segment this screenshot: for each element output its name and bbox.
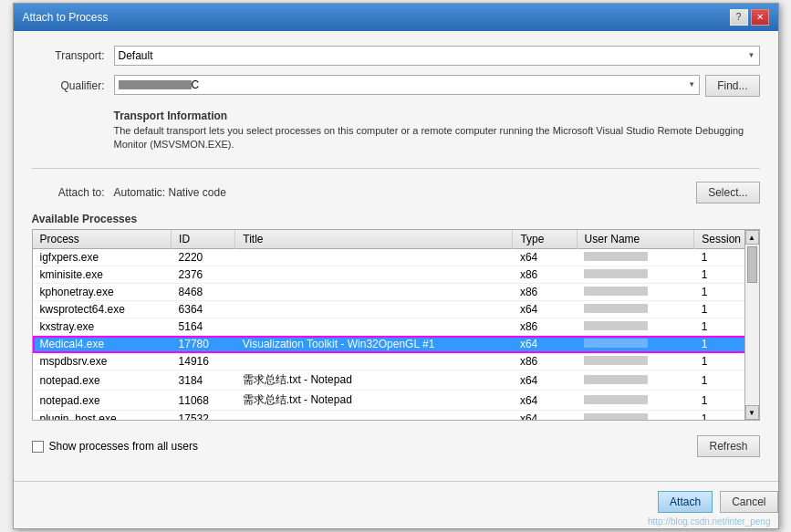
scrollbar-down[interactable]: ▼ xyxy=(745,405,759,420)
process-title xyxy=(235,266,513,284)
attach-to-label: Attach to: xyxy=(32,186,105,199)
col-header-username: User Name xyxy=(577,230,694,249)
transport-info-title: Transport Information xyxy=(114,110,760,122)
process-title xyxy=(235,301,513,318)
process-username xyxy=(577,353,694,370)
process-type: x64 xyxy=(513,249,577,266)
process-id: 6364 xyxy=(172,301,235,318)
process-username xyxy=(577,391,694,411)
transport-dropdown-arrow: ▼ xyxy=(748,51,755,59)
process-name: kwsprotect64.exe xyxy=(33,301,172,318)
table-row[interactable]: kwsprotect64.exe 6364 x64 1 xyxy=(33,301,759,318)
process-id: 14916 xyxy=(172,353,235,370)
username-cell xyxy=(584,356,648,365)
process-name: mspdbsrv.exe xyxy=(33,353,172,370)
table-row[interactable]: mspdbsrv.exe 14916 x86 1 xyxy=(33,353,759,370)
process-id: 2220 xyxy=(172,249,235,266)
process-table-header: Process ID Title Type User Name Session xyxy=(33,230,759,249)
bottom-row: Show processes from all users Refresh xyxy=(32,430,760,463)
dialog-title: Attach to Process xyxy=(23,11,109,24)
col-header-title: Title xyxy=(235,230,513,249)
col-header-id: ID xyxy=(172,230,235,249)
table-row[interactable]: igfxpers.exe 2220 x64 1 xyxy=(33,249,759,266)
process-title xyxy=(235,249,513,266)
table-row[interactable]: kminisite.exe 2376 x86 1 xyxy=(33,266,759,284)
col-header-type: Type xyxy=(513,230,577,249)
process-id: 2376 xyxy=(172,266,235,284)
show-all-checkbox[interactable] xyxy=(32,441,44,453)
qualifier-label: Qualifier: xyxy=(32,79,105,92)
username-cell xyxy=(584,287,648,296)
qualifier-masked xyxy=(119,80,192,89)
select-button[interactable]: Select... xyxy=(696,182,759,203)
qualifier-dropdown-arrow: ▼ xyxy=(688,80,695,89)
process-id: 8468 xyxy=(172,284,235,301)
scrollbar-thumb[interactable] xyxy=(747,246,757,283)
process-name: kminisite.exe xyxy=(33,266,172,284)
header-row: Process ID Title Type User Name Session xyxy=(33,230,759,249)
table-row[interactable]: kphonetray.exe 8468 x86 1 xyxy=(33,284,759,301)
table-row[interactable]: plugin_host.exe 17532 x64 1 xyxy=(33,411,759,422)
process-username xyxy=(577,249,694,266)
col-header-process: Process xyxy=(33,230,172,249)
process-title: 需求总结.txt - Notepad xyxy=(235,370,513,391)
process-type: x64 xyxy=(513,301,577,318)
process-username xyxy=(577,411,694,422)
process-name: notepad.exe xyxy=(33,391,172,411)
process-id: 11068 xyxy=(172,391,235,411)
scrollbar[interactable]: ▲ ▼ xyxy=(744,230,759,420)
processes-section: Available Processes Process ID Title Typ… xyxy=(32,213,760,421)
table-row[interactable]: notepad.exe 11068 需求总结.txt - Notepad x64… xyxy=(33,391,759,411)
transport-row: Transport: Default ▼ xyxy=(32,46,760,66)
find-button[interactable]: Find... xyxy=(705,75,759,97)
help-button[interactable]: ? xyxy=(730,9,748,26)
process-title xyxy=(235,411,513,422)
title-bar-controls: ? ✕ xyxy=(730,9,769,26)
transport-value: Default xyxy=(119,49,153,62)
transport-info: Transport Information The default transp… xyxy=(32,106,760,156)
process-id: 17780 xyxy=(172,336,235,353)
process-username xyxy=(577,370,694,391)
process-title xyxy=(235,284,513,301)
transport-dropdown[interactable]: Default ▼ xyxy=(114,46,760,66)
transport-control: Default ▼ xyxy=(114,46,760,66)
cancel-button[interactable]: Cancel xyxy=(720,491,777,513)
available-processes-label: Available Processes xyxy=(32,213,760,225)
process-username xyxy=(577,266,694,284)
process-username xyxy=(577,336,694,353)
process-username xyxy=(577,318,694,336)
dialog-buttons: Attach Cancel xyxy=(14,485,778,515)
dialog-content: Transport: Default ▼ Qualifier: C ▼ Find… xyxy=(14,31,778,478)
separator-1 xyxy=(32,168,760,169)
process-name: plugin_host.exe xyxy=(33,411,172,422)
process-title: 需求总结.txt - Notepad xyxy=(235,391,513,411)
process-type: x86 xyxy=(513,353,577,370)
qualifier-row: Qualifier: C ▼ Find... xyxy=(32,75,760,97)
qualifier-input[interactable]: C ▼ xyxy=(114,75,701,95)
username-cell xyxy=(584,413,648,421)
process-username xyxy=(577,284,694,301)
username-cell xyxy=(584,339,648,348)
transport-label: Transport: xyxy=(32,49,105,62)
username-cell xyxy=(584,252,648,261)
process-type: x86 xyxy=(513,284,577,301)
process-name: notepad.exe xyxy=(33,370,172,391)
process-type: x64 xyxy=(513,411,577,422)
watermark: http://blog.csdn.net/inter_peng xyxy=(14,515,778,528)
table-row[interactable]: Medical4.exe 17780 Visualization Toolkit… xyxy=(33,336,759,353)
table-row[interactable]: notepad.exe 3184 需求总结.txt - Notepad x64 … xyxy=(33,370,759,391)
separator-2 xyxy=(14,481,778,482)
transport-info-text: The default transport lets you select pr… xyxy=(114,124,760,152)
attach-to-process-dialog: Attach to Process ? ✕ Transport: Default… xyxy=(13,3,779,530)
close-button[interactable]: ✕ xyxy=(751,9,769,26)
process-id: 5164 xyxy=(172,318,235,336)
refresh-button[interactable]: Refresh xyxy=(697,435,759,457)
process-type: x64 xyxy=(513,370,577,391)
scrollbar-up[interactable]: ▲ xyxy=(745,230,759,245)
qualifier-control: C ▼ Find... xyxy=(114,75,760,97)
attach-button[interactable]: Attach xyxy=(658,491,713,513)
table-row[interactable]: kxstray.exe 5164 x86 1 xyxy=(33,318,759,336)
process-id: 17532 xyxy=(172,411,235,422)
process-type: x64 xyxy=(513,336,577,353)
process-table-container: Process ID Title Type User Name Session … xyxy=(32,229,760,421)
